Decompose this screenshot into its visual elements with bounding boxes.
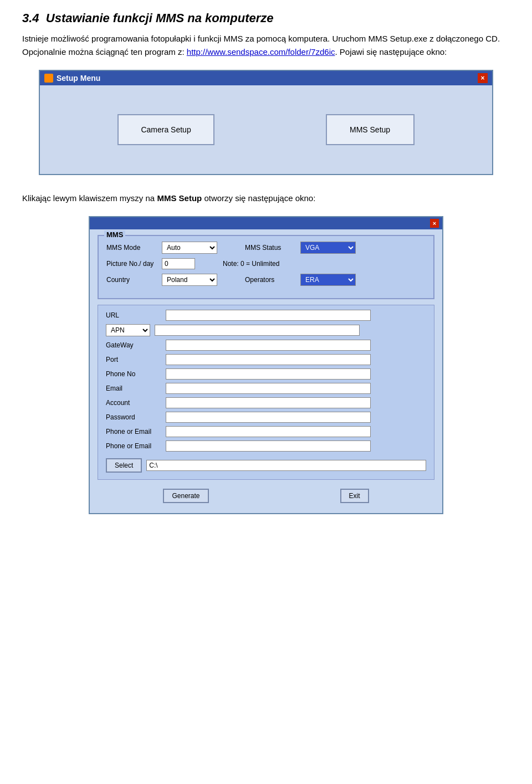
click-instruction: Klikając lewym klawiszem myszy na MMS Se… [22, 192, 510, 205]
port-input[interactable] [166, 354, 371, 365]
download-link[interactable]: http://www.sendspace.com/folder/7zd6ic [187, 47, 335, 57]
setup-menu-body: Camera Setup MMS Setup [40, 85, 492, 174]
mms-setup-dialog: × MMS MMS Mode Auto MMS Status VGA [22, 216, 510, 514]
phone-email2-row: Phone or Email [106, 440, 426, 452]
mms-close-button[interactable]: × [430, 219, 439, 228]
phone-email1-row: Phone or Email [106, 426, 426, 437]
section-title: Ustawianie funkcji MMS na komputerze [46, 11, 274, 25]
mms-mode-row: MMS Mode Auto MMS Status VGA [106, 242, 426, 254]
gateway-input[interactable] [166, 340, 371, 351]
country-row: Country Poland Operators ERA [106, 274, 426, 286]
mms-mode-label: MMS Mode [106, 244, 156, 252]
titlebar-left: Setup Menu [44, 74, 100, 83]
password-label: Password [106, 413, 161, 421]
apn-input[interactable] [155, 325, 360, 336]
generate-button[interactable]: Generate [163, 489, 208, 503]
phone-no-row: Phone No [106, 368, 426, 380]
select-row: Select [106, 455, 426, 474]
email-input[interactable] [166, 383, 371, 394]
url-input[interactable] [166, 310, 371, 321]
exit-button[interactable]: Exit [340, 489, 369, 503]
phone-email1-label: Phone or Email [106, 428, 161, 435]
country-label: Country [106, 276, 156, 284]
operators-label: Operators [245, 276, 295, 284]
mms-group: MMS MMS Mode Auto MMS Status VGA [98, 235, 434, 299]
url-label: URL [106, 311, 161, 319]
picture-no-label: Picture No./ day [106, 260, 156, 268]
camera-setup-button[interactable]: Camera Setup [117, 114, 214, 145]
operators-select[interactable]: ERA [300, 274, 356, 286]
settings-group: URL APN GateWay [98, 305, 434, 480]
mms-setup-button[interactable]: MMS Setup [326, 114, 415, 145]
phone-email2-label: Phone or Email [106, 442, 161, 450]
window-icon [44, 74, 53, 83]
password-row: Password [106, 412, 426, 423]
select-button[interactable]: Select [106, 458, 142, 473]
password-input[interactable] [166, 412, 371, 423]
phone-no-input[interactable] [166, 368, 371, 380]
intro-paragraph: Istnieje możliwość programowania fotopuł… [22, 32, 510, 59]
note-label: Note: 0 = Unlimited [223, 260, 279, 268]
section-number: 3.4 [22, 11, 39, 25]
click-text: Klikając lewym klawiszem myszy na [22, 193, 157, 203]
url-row: URL [106, 310, 426, 321]
country-select[interactable]: Poland [162, 274, 217, 286]
gateway-label: GateWay [106, 341, 161, 349]
email-label: Email [106, 385, 161, 392]
mms-setup-window: × MMS MMS Mode Auto MMS Status VGA [89, 216, 443, 514]
apn-select[interactable]: APN [106, 324, 150, 336]
mms-setup-bold: MMS Setup [157, 193, 202, 203]
picture-no-input[interactable] [162, 258, 195, 269]
section-heading: 3.4 Ustawianie funkcji MMS na komputerze [22, 11, 510, 25]
port-row: Port [106, 354, 426, 365]
account-input[interactable] [166, 397, 371, 408]
mms-mode-select[interactable]: Auto [162, 242, 217, 254]
port-label: Port [106, 356, 161, 363]
email-row: Email [106, 383, 426, 394]
apn-row: APN [106, 324, 426, 336]
generate-exit-row: Generate Exit [98, 484, 434, 505]
picture-no-row: Picture No./ day Note: 0 = Unlimited [106, 258, 426, 269]
phone-no-label: Phone No [106, 370, 161, 378]
phone-email2-input[interactable] [166, 440, 371, 452]
setup-menu-dialog: Setup Menu × Camera Setup MMS Setup [22, 70, 510, 175]
mms-group-label: MMS [104, 230, 125, 239]
mms-titlebar: × [90, 217, 442, 229]
phone-email1-input[interactable] [166, 426, 371, 437]
close-button[interactable]: × [478, 73, 488, 83]
path-input[interactable] [146, 460, 426, 471]
click-text2: otworzy się następujące okno: [202, 193, 315, 203]
account-label: Account [106, 399, 161, 407]
mms-body: MMS MMS Mode Auto MMS Status VGA [90, 229, 442, 513]
mms-status-label: MMS Status [245, 244, 295, 252]
mms-status-select[interactable]: VGA [300, 242, 356, 254]
window-title: Setup Menu [57, 74, 100, 83]
setup-menu-titlebar: Setup Menu × [40, 71, 492, 85]
account-row: Account [106, 397, 426, 408]
setup-menu-window: Setup Menu × Camera Setup MMS Setup [39, 70, 493, 175]
gateway-row: GateWay [106, 340, 426, 351]
